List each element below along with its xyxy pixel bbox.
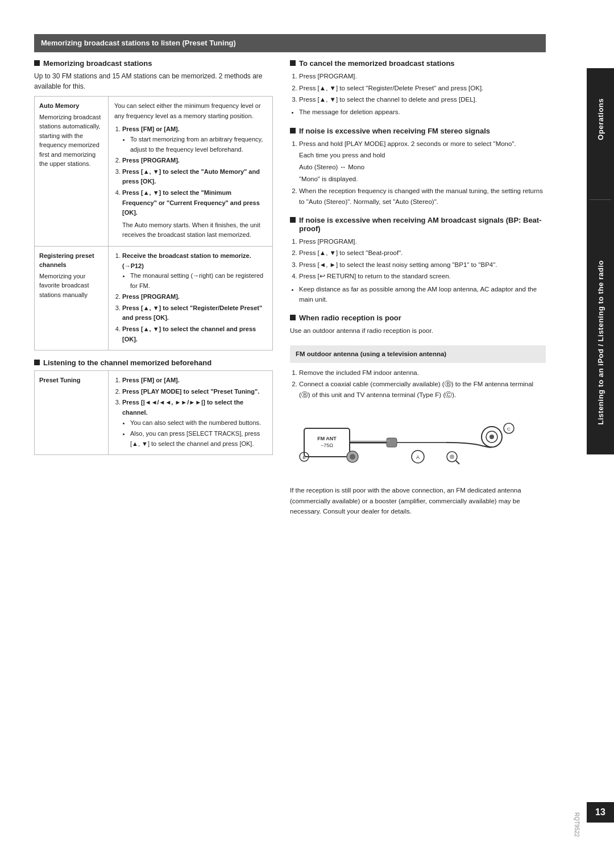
svg-line-20 <box>456 461 459 464</box>
registering-row: Registering preset channels Memorizing y… <box>35 247 272 350</box>
cancel-step-1: Press [PROGRAM]. <box>299 71 546 81</box>
noise-fm-label: If noise is excessive when receiving FM … <box>299 127 490 135</box>
cancel-notes: The message for deletion appears. <box>299 107 546 117</box>
svg-text:B: B <box>302 455 305 460</box>
listening-label: Listening to the channel memorized befor… <box>43 358 211 367</box>
preset-tuning-table: Preset Tuning Press [FM] or [AM]. Press … <box>34 370 273 455</box>
preset-tuning-right: Press [FM] or [AM]. Press [PLAY MODE] to… <box>109 371 272 454</box>
fm-outdoor-steps: Remove the included FM indoor antenna. C… <box>299 368 546 400</box>
left-column: Memorizing broadcast stations Up to 30 F… <box>34 59 273 463</box>
page-number: 13 <box>587 802 614 823</box>
cancel-label: To cancel the memorized broadcast statio… <box>299 59 455 68</box>
auto-memory-desc: Memorizing broadcast stations automatica… <box>39 114 101 168</box>
auto-memory-intro: You can select either the minimum freque… <box>114 101 267 121</box>
fm-outdoor-section: FM outdoor antenna (using a television a… <box>290 345 546 517</box>
noise-fm-step-1: Press and hold [PLAY MODE] approx. 2 sec… <box>299 139 546 185</box>
auto-memory-row: Auto Memory Memorizing broadcast station… <box>35 97 272 247</box>
noise-am-note-1: Keep distance as far as possible among t… <box>299 284 546 305</box>
side-tab-label-operations: Operations <box>596 98 605 140</box>
preset-steps: Press [FM] or [AM]. Press [PLAY MODE] to… <box>122 375 267 449</box>
radio-poor-square-icon <box>290 315 296 320</box>
noise-fm-square-icon <box>290 128 296 133</box>
noise-am-section: If noise is excessive when receiving AM … <box>290 216 546 304</box>
cancel-section: To cancel the memorized broadcast statio… <box>290 59 546 118</box>
svg-rect-6 <box>387 438 397 447</box>
side-tab: Operations Listening to an iPod / Listen… <box>587 68 614 454</box>
side-tab-label-listening: Listening to an iPod / Listening to the … <box>596 260 605 425</box>
auto-step-2: Press [PROGRAM]. <box>122 156 267 166</box>
preset-tuning-left: Preset Tuning <box>35 371 109 454</box>
noise-fm-steps: Press and hold [PLAY MODE] approx. 2 sec… <box>299 139 546 207</box>
right-column: To cancel the memorized broadcast statio… <box>290 59 546 525</box>
memorizing-intro: Up to 30 FM stations and 15 AM stations … <box>34 71 273 91</box>
side-tab-divider <box>590 199 611 200</box>
cancel-note-1: The message for deletion appears. <box>299 107 546 117</box>
page-header-box: Memorizing broadcast stations to listen … <box>34 34 546 52</box>
heading-square-icon <box>34 60 40 66</box>
fm-outdoor-step-2: Connect a coaxial cable (commercially av… <box>299 379 546 400</box>
memorizing-heading: Memorizing broadcast stations <box>34 59 273 68</box>
auto-step-1-sub: To start memorizing from an arbitrary fr… <box>130 135 267 155</box>
cancel-square-icon <box>290 60 296 66</box>
svg-point-19 <box>450 454 454 459</box>
auto-memory-right: You can select either the minimum freque… <box>109 97 272 246</box>
fm-outdoor-step-1: Remove the included FM indoor antenna. <box>299 368 546 378</box>
svg-text:FM ANT: FM ANT <box>317 436 337 441</box>
auto-step-4: Press [▲, ▼] to select the "Minimum Freq… <box>122 188 267 240</box>
auto-memory-steps: Press [FM] or [AM]. To start memorizing … <box>122 124 267 240</box>
preset-step-1: Press [FM] or [AM]. <box>122 375 267 386</box>
doc-ref: RQT9522 <box>574 812 580 837</box>
reg-step-2: Press [PROGRAM]. <box>122 292 267 302</box>
preset-tuning-row: Preset Tuning Press [FM] or [AM]. Press … <box>35 371 272 454</box>
memorizing-label: Memorizing broadcast stations <box>43 59 152 68</box>
fm-outdoor-caption: If the reception is still poor with the … <box>290 485 546 516</box>
reg-step-3: Press [▲, ▼] to select "Register/Delete … <box>122 303 267 323</box>
registering-right: Receive the broadcast station to memoriz… <box>109 247 272 350</box>
preset-step-3: Press [|◄◄/◄◄, ►►/►►|] to select the cha… <box>122 398 267 449</box>
reg-step-1-sub: The monaural setting (→right) can be reg… <box>130 271 267 291</box>
noise-fm-heading: If noise is excessive when receiving FM … <box>290 127 546 135</box>
cancel-heading: To cancel the memorized broadcast statio… <box>290 59 546 68</box>
noise-am-step-1: Press [PROGRAM]. <box>299 236 546 247</box>
noise-am-notes: Keep distance as far as possible among t… <box>299 284 546 305</box>
radio-poor-text: Use an outdoor antenna if radio receptio… <box>290 326 546 336</box>
noise-fm-section: If noise is excessive when receiving FM … <box>290 127 546 207</box>
noise-am-step-3: Press [◄, ►] to select the least noisy s… <box>299 260 546 270</box>
registering-steps: Receive the broadcast station to memoriz… <box>122 251 267 344</box>
auto-step-4-note: The Auto memory starts. When it finishes… <box>122 220 267 240</box>
preset-step-3a: You can also select with the numbered bu… <box>130 418 267 428</box>
noise-am-steps: Press [PROGRAM]. Press [▲, ▼] to select … <box>299 236 546 282</box>
listening-heading: Listening to the channel memorized befor… <box>34 358 273 367</box>
cancel-step-3: Press [▲, ▼] to select the channel to de… <box>299 94 546 105</box>
fm-outdoor-heading-box: FM outdoor antenna (using a television a… <box>290 345 546 363</box>
cancel-step-2: Press [▲, ▼] to select "Register/Delete … <box>299 83 546 93</box>
two-col-layout: Memorizing broadcast stations Up to 30 F… <box>34 59 546 525</box>
fm-outdoor-heading-label: FM outdoor antenna (using a television a… <box>296 350 446 357</box>
svg-text:A: A <box>416 454 420 460</box>
radio-poor-heading: When radio reception is poor <box>290 314 546 322</box>
auto-memory-label: Auto Memory <box>39 101 103 111</box>
radio-poor-label: When radio reception is poor <box>299 314 401 322</box>
noise-am-step-4: Press [↩ RETURN] to return to the standa… <box>299 271 546 281</box>
svg-point-10 <box>350 454 355 460</box>
antenna-diagram: FM ANT −75Ω B <box>290 406 546 479</box>
auto-step-1: Press [FM] or [AM]. To start memorizing … <box>122 124 267 155</box>
preset-tuning-label: Preset Tuning <box>39 377 81 383</box>
listening-square-icon <box>34 360 40 365</box>
noise-am-label: If noise is excessive when receiving AM … <box>299 216 546 233</box>
page-container: Operations Listening to an iPod / Listen… <box>0 0 614 868</box>
registering-left: Registering preset channels Memorizing y… <box>35 247 109 350</box>
registering-desc: Memorizing your favorite broadcast stati… <box>39 273 89 298</box>
svg-point-15 <box>489 435 494 439</box>
auto-step-3: Press [▲, ▼] to select the "Auto Memory"… <box>122 167 267 187</box>
auto-step-1a: To start memorizing from an arbitrary fr… <box>130 135 267 155</box>
noise-am-step-2: Press [▲, ▼] to select "Beat-proof". <box>299 248 546 258</box>
radio-poor-section: When radio reception is poor Use an outd… <box>290 314 546 336</box>
preset-step-3b: Also, you can press [SELECT TRACKS], pre… <box>130 429 267 449</box>
auto-memory-left: Auto Memory Memorizing broadcast station… <box>35 97 109 246</box>
svg-text:−75Ω: −75Ω <box>321 443 333 448</box>
svg-text:C: C <box>507 427 511 432</box>
main-content: Memorizing broadcast stations to listen … <box>34 34 580 525</box>
reg-step-4: Press [▲, ▼] to select the channel and p… <box>122 324 267 344</box>
reg-step-1: Receive the broadcast station to memoriz… <box>122 251 267 291</box>
